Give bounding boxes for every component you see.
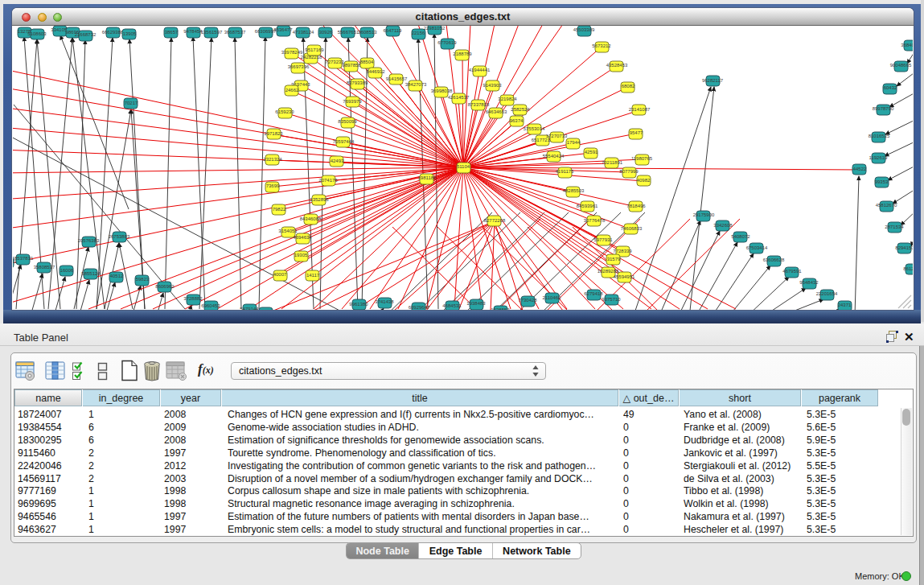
svg-text:5108603: 5108603: [27, 31, 47, 36]
svg-text:9897858: 9897858: [342, 63, 361, 68]
svg-text:89978790: 89978790: [873, 106, 894, 111]
svg-text:36697396: 36697396: [288, 64, 310, 69]
svg-text:44522: 44522: [853, 167, 867, 171]
svg-text:2188789: 2188789: [453, 51, 472, 56]
svg-text:42614537: 42614537: [448, 95, 470, 100]
svg-text:23141087: 23141087: [629, 107, 651, 112]
svg-text:99353: 99353: [875, 179, 889, 184]
svg-text:8606962: 8606962: [155, 284, 175, 289]
svg-text:58537831: 58537831: [13, 256, 34, 261]
svg-text:82772208: 82772208: [484, 218, 506, 223]
svg-text:41944441: 41944441: [469, 68, 491, 72]
svg-text:2110460: 2110460: [543, 295, 562, 300]
svg-text:5673212: 5673212: [592, 43, 611, 48]
svg-text:3154051: 3154051: [278, 229, 298, 233]
svg-text:42591: 42591: [585, 150, 598, 154]
svg-text:57553014: 57553014: [524, 126, 545, 131]
svg-text:3219824: 3219824: [498, 97, 517, 101]
svg-text:1538552: 1538552: [491, 307, 510, 310]
svg-text:19305: 19305: [294, 253, 308, 257]
svg-text:14117: 14117: [306, 273, 320, 278]
svg-text:36998038: 36998038: [431, 89, 453, 93]
svg-text:67503414: 67503414: [746, 245, 768, 250]
svg-text:40007: 40007: [273, 272, 287, 277]
svg-text:84346088: 84346088: [300, 216, 322, 221]
svg-text:40512: 40512: [110, 274, 124, 278]
svg-text:3728882: 3728882: [183, 296, 203, 301]
svg-text:8612220: 8612220: [903, 266, 913, 271]
svg-text:24371: 24371: [838, 303, 852, 307]
svg-text:91415657: 91415657: [386, 76, 408, 81]
svg-text:9517169: 9517169: [305, 47, 324, 52]
svg-text:70597444: 70597444: [333, 139, 355, 144]
svg-text:17944: 17944: [567, 140, 581, 145]
svg-text:51104: 51104: [457, 164, 470, 169]
svg-text:1981186: 1981186: [418, 175, 437, 180]
svg-text:59823: 59823: [136, 277, 150, 282]
svg-text:22156: 22156: [412, 31, 425, 35]
svg-text:30776478: 30776478: [584, 218, 606, 223]
svg-text:3684052: 3684052: [901, 43, 913, 47]
svg-text:24662: 24662: [285, 88, 299, 93]
svg-text:1192619: 1192619: [869, 155, 889, 160]
svg-text:4191175: 4191175: [556, 169, 575, 174]
svg-text:6770619: 6770619: [437, 40, 457, 45]
svg-text:3741438: 3741438: [375, 299, 394, 304]
svg-text:9143903: 9143903: [483, 83, 502, 88]
svg-text:35808537: 35808537: [34, 265, 55, 270]
svg-text:60432: 60432: [884, 85, 897, 90]
svg-text:11980765: 11980765: [631, 156, 653, 161]
svg-text:83793389: 83793389: [347, 80, 368, 85]
svg-text:13905: 13905: [123, 31, 137, 36]
svg-text:2321324: 2321324: [263, 157, 282, 162]
svg-text:81016525: 81016525: [869, 134, 890, 138]
svg-text:2074176: 2074176: [318, 178, 338, 183]
svg-text:45594951: 45594951: [614, 274, 635, 279]
svg-text:42493: 42493: [331, 159, 344, 163]
svg-text:70211891: 70211891: [602, 160, 623, 165]
svg-text:31579: 31579: [607, 257, 621, 262]
svg-text:1971823: 1971823: [264, 131, 283, 136]
svg-text:9548432: 9548432: [799, 280, 819, 285]
svg-text:4679591: 4679591: [782, 269, 802, 274]
svg-text:3342608: 3342608: [713, 223, 733, 228]
svg-text:96374: 96374: [510, 118, 524, 123]
svg-text:73699: 73699: [266, 183, 280, 188]
svg-text:17270733: 17270733: [546, 134, 568, 138]
svg-text:21668732: 21668732: [75, 32, 97, 37]
svg-text:9961380: 9961380: [349, 302, 368, 307]
svg-text:8294150: 8294150: [895, 245, 913, 250]
svg-text:43528453: 43528453: [606, 63, 628, 68]
svg-text:7730428: 7730428: [518, 298, 537, 303]
svg-text:7818496: 7818496: [626, 204, 646, 208]
svg-text:87337818: 87337818: [468, 102, 490, 107]
svg-text:90048665: 90048665: [890, 63, 912, 68]
svg-text:26753883: 26753883: [109, 234, 130, 239]
svg-text:20576383: 20576383: [78, 238, 100, 243]
svg-text:5446912: 5446912: [366, 69, 385, 74]
svg-text:63606628: 63606628: [763, 257, 785, 262]
svg-text:3608513: 3608513: [358, 30, 377, 35]
svg-text:55667651: 55667651: [338, 30, 359, 35]
svg-text:6159230: 6159230: [275, 109, 294, 114]
svg-text:22981052: 22981052: [424, 26, 446, 31]
svg-text:95477: 95477: [630, 130, 643, 135]
svg-text:8536477: 8536477: [273, 27, 293, 32]
svg-text:22201654: 22201654: [816, 291, 838, 296]
svg-text:48285503: 48285503: [563, 188, 585, 193]
svg-text:10289289: 10289289: [598, 269, 619, 274]
svg-text:47338124: 47338124: [293, 30, 314, 35]
svg-text:45812670: 45812670: [876, 203, 897, 208]
svg-text:64634663: 64634663: [486, 109, 507, 114]
svg-text:60929647: 60929647: [409, 305, 430, 310]
svg-text:55540424: 55540424: [543, 154, 565, 159]
svg-text:66629388: 66629388: [102, 30, 124, 35]
svg-text:70217: 70217: [125, 101, 138, 105]
svg-text:4684531: 4684531: [442, 303, 462, 308]
svg-text:8350099: 8350099: [338, 119, 357, 124]
svg-text:88504: 88504: [360, 60, 374, 64]
svg-text:5479144: 5479144: [240, 307, 259, 310]
svg-text:79822: 79822: [273, 207, 286, 212]
svg-text:7728339: 7728339: [613, 249, 632, 253]
svg-text:38427073: 38427073: [405, 82, 427, 87]
